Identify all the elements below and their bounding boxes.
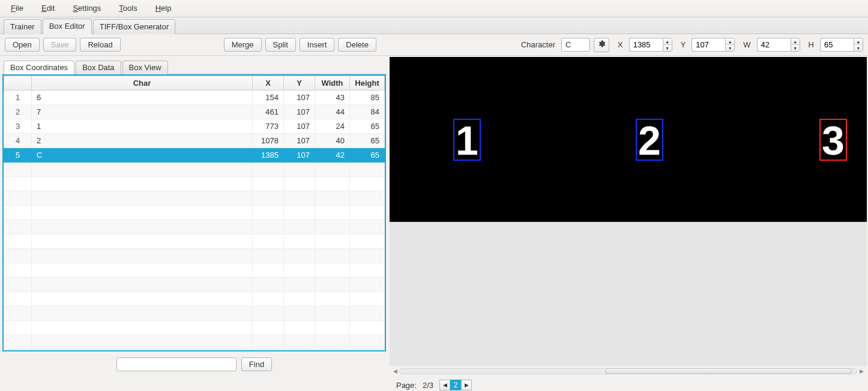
cell-x: 1385 [253,148,284,163]
main-tabs: Trainer Box Editor TIFF/Box Generator [0,17,868,34]
w-up-icon[interactable]: ▲ [791,38,800,45]
table-row[interactable]: 317731072465 [4,119,385,134]
menu-bar: File Edit Settings Tools Help [0,0,868,17]
w-down-icon[interactable]: ▼ [791,45,800,51]
page-text: 2/3 [423,381,433,390]
table-row [4,292,385,306]
subtab-box-data[interactable]: Box Data [76,61,121,74]
delete-button[interactable]: Delete [338,38,376,52]
col-rownum[interactable] [4,76,32,91]
table-row[interactable]: 274611074484 [4,105,385,119]
y-input[interactable] [692,38,725,52]
cell-char: 6 [32,91,253,105]
h-up-icon[interactable]: ▲ [854,38,863,45]
menu-edit[interactable]: Edit [39,2,57,14]
menu-file[interactable]: File [8,2,26,14]
scroll-left-icon[interactable]: ◀ [391,367,399,375]
y-spinner[interactable]: ▲▼ [692,38,735,52]
table-row [4,177,385,191]
table-row [4,206,385,220]
col-x[interactable]: X [253,76,284,91]
tab-box-editor[interactable]: Box Editor [43,19,92,34]
cell-rownum: 1 [4,91,32,105]
cell-h: 85 [350,91,385,105]
col-width[interactable]: Width [315,76,350,91]
right-panel: 123 ◀ ▶ [388,56,868,376]
scroll-track[interactable] [399,368,857,374]
menu-settings[interactable]: Settings [70,2,103,14]
col-height[interactable]: Height [350,76,385,91]
cell-char: 1 [32,119,253,134]
cell-y: 107 [284,119,315,134]
bounding-box[interactable] [453,119,481,161]
horizontal-scrollbar[interactable]: ◀ ▶ [390,366,867,376]
cell-rownum: 5 [4,148,32,163]
x-down-icon[interactable]: ▼ [663,45,672,51]
col-char[interactable]: Char [32,76,253,91]
x-spinner[interactable]: ▲▼ [629,38,672,52]
find-row: Find [1,351,387,374]
table-row [4,191,385,206]
find-input[interactable] [116,357,237,371]
split-button[interactable]: Split [265,38,296,52]
pager: ◀ 2 ▶ [439,380,472,390]
cell-x: 1078 [253,134,284,148]
table-row[interactable]: 5C13851074265 [4,148,385,163]
col-y[interactable]: Y [284,76,315,91]
bounding-box[interactable] [819,119,847,161]
cell-w: 43 [315,91,350,105]
toolbar: Open Save Reload Merge Split Insert Dele… [0,34,868,56]
menu-tools[interactable]: Tools [116,2,139,14]
character-input[interactable] [561,38,590,52]
subtab-box-coordinates[interactable]: Box Coordinates [4,61,74,74]
cell-rownum: 4 [4,134,32,148]
tab-tiff-box-generator[interactable]: TIFF/Box Generator [93,19,176,34]
character-label: Character [521,40,555,49]
h-down-icon[interactable]: ▼ [854,45,863,51]
table-row[interactable]: 161541074385 [4,91,385,105]
cell-h: 65 [350,148,385,163]
merge-button[interactable]: Merge [224,38,262,52]
page-prev-button[interactable]: ◀ [439,380,450,390]
x-label: X [618,40,623,49]
insert-button[interactable]: Insert [300,38,335,52]
table-row [4,234,385,249]
cell-w: 40 [315,134,350,148]
table-row[interactable]: 4210781074065 [4,134,385,148]
table-row [4,263,385,278]
box-table[interactable]: Char X Y Width Height 161541074385274611… [2,74,386,351]
footer: Page: 2/3 ◀ 2 ▶ [0,376,868,391]
sub-tabs: Box Coordinates Box Data Box View [1,58,387,74]
y-down-icon[interactable]: ▼ [726,45,734,51]
tab-trainer[interactable]: Trainer [4,19,41,34]
reload-button[interactable]: Reload [80,38,120,52]
h-label: H [809,40,814,49]
h-spinner[interactable]: ▲▼ [820,38,863,52]
table-row [4,335,385,350]
table-row [4,220,385,234]
w-spinner[interactable]: ▲▼ [757,38,800,52]
menu-help[interactable]: Help [153,2,174,14]
open-button[interactable]: Open [5,38,40,52]
cell-w: 24 [315,119,350,134]
x-up-icon[interactable]: ▲ [663,38,672,45]
x-input[interactable] [629,38,663,52]
page-next-button[interactable]: ▶ [461,380,472,390]
bounding-box[interactable] [636,119,663,161]
cell-y: 107 [284,148,315,163]
y-up-icon[interactable]: ▲ [726,38,734,45]
cell-h: 65 [350,134,385,148]
cell-y: 107 [284,91,315,105]
y-label: Y [681,40,686,49]
subtab-box-view[interactable]: Box View [122,61,168,74]
w-input[interactable] [757,38,791,52]
h-input[interactable] [820,38,854,52]
save-button[interactable]: Save [43,38,77,52]
table-row [4,278,385,292]
scroll-right-icon[interactable]: ▶ [857,367,866,375]
gear-button[interactable] [594,38,609,52]
scroll-thumb[interactable] [605,368,852,374]
cell-char: 2 [32,134,253,148]
image-viewer[interactable]: 123 [390,57,867,366]
find-button[interactable]: Find [241,357,272,371]
